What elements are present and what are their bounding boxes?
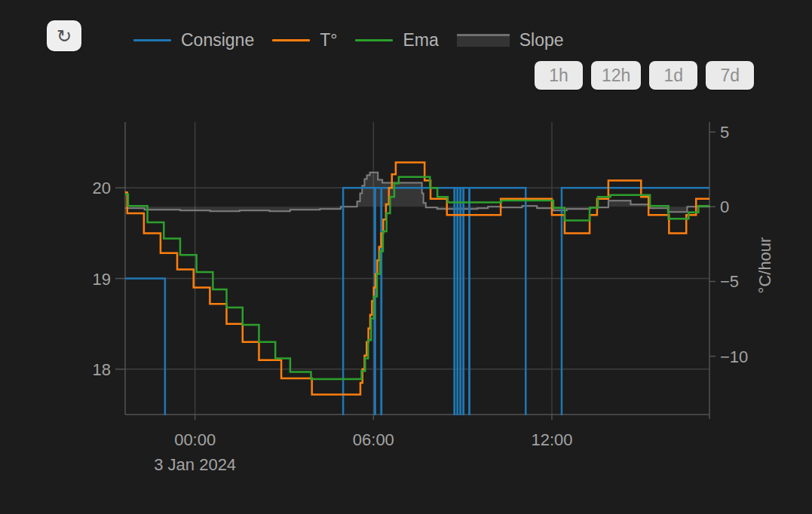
right-axis-labels: 50−5−10°C/hour: [720, 123, 774, 366]
right-axis-title: °C/hour: [755, 237, 774, 294]
axes: [115, 122, 715, 420]
y-tick-label: 18: [93, 360, 111, 379]
y2-tick-label: 0: [720, 197, 729, 216]
y-tick-label: 20: [93, 179, 111, 197]
y-tick-label: 19: [93, 270, 111, 289]
y2-tick-label: −5: [720, 272, 739, 291]
y2-tick-label: −10: [720, 347, 748, 366]
x-tick-label: 12:00: [531, 430, 572, 449]
x-tick-label: 00:00: [174, 430, 216, 449]
x-axis-labels: 00:0006:0012:003 Jan 2024: [154, 430, 572, 474]
app-root: ↻ ConsigneT°EmaSlope 1h12h1d7d 00:0006:0…: [0, 0, 812, 514]
consigne-line: [125, 188, 709, 496]
x-axis-date-label: 3 Jan 2024: [154, 455, 236, 474]
left-axis-labels: 201918: [93, 179, 111, 379]
x-tick-label: 06:00: [353, 430, 394, 449]
slope-area: [125, 173, 709, 213]
y2-tick-label: 5: [720, 123, 729, 142]
chart[interactable]: 00:0006:0012:003 Jan 202420191850−5−10°C…: [0, 0, 812, 514]
gridlines: [125, 122, 709, 415]
